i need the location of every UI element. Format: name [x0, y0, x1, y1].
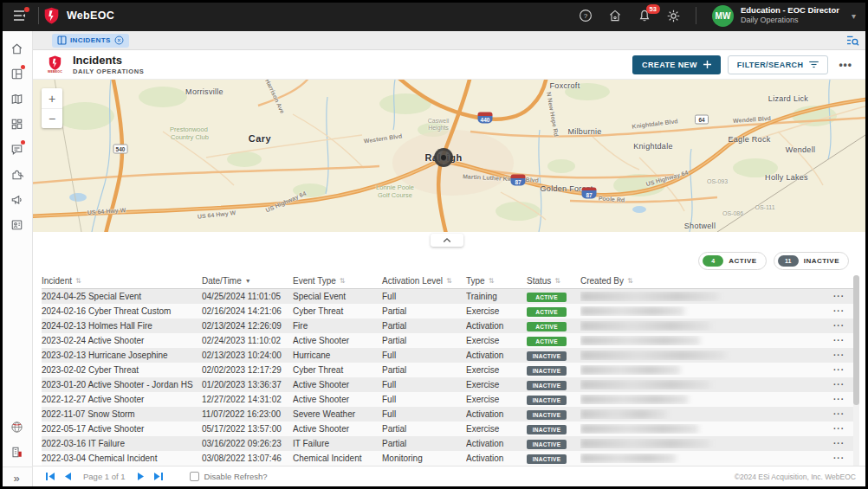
webeoc-logo-icon [44, 7, 59, 24]
page-subtitle: DAILY OPERATIONS [73, 68, 144, 75]
incident-name: 2024-04-25 Special Event [42, 292, 202, 301]
sidebar-item-plugins[interactable] [0, 162, 33, 187]
incidents-table: Incident⇅Date/Time▼Event Type⇅Activation… [42, 273, 853, 466]
filter-pill-active[interactable]: 4 ACTIVE [698, 252, 766, 270]
sidebar-item-messages[interactable] [0, 137, 33, 162]
status-badge: ACTIVE [527, 307, 567, 317]
sidebar-item-boards[interactable] [0, 61, 33, 87]
row-actions-button[interactable]: ··· [833, 321, 848, 331]
created-by-redacted [580, 351, 726, 360]
row-actions-button[interactable]: ··· [833, 351, 848, 360]
table-row[interactable]: 2024-04-25 Special Event04/25/2024 11:01… [42, 289, 853, 304]
sidebar-item-home[interactable] [0, 36, 33, 61]
zoom-out-button[interactable]: − [42, 108, 62, 128]
row-actions-button[interactable]: ··· [833, 306, 848, 316]
column-header-activation-level[interactable]: Activation Level⇅ [382, 276, 466, 286]
contacts-icon [10, 218, 23, 231]
divider [38, 7, 39, 24]
board-overflow-menu[interactable]: ••• [835, 59, 856, 71]
inactive-count-badge: 11 [778, 255, 799, 267]
table-row[interactable]: 2023-01-20 Active Shooter - Jordan HS01/… [42, 377, 853, 392]
user-account-menu[interactable]: MW Education - EOC Director Daily Operat… [712, 5, 856, 27]
help-icon[interactable]: ? [573, 4, 599, 27]
notifications-icon[interactable]: 53 [632, 4, 657, 27]
incident-event-type: IT Failure [293, 439, 382, 448]
table-row[interactable]: 2023-02-13 Hurricane Josephine02/13/2023… [42, 348, 853, 363]
incident-type: Activation [466, 351, 527, 360]
sidebar-item-apps[interactable] [0, 112, 33, 137]
row-actions-button[interactable]: ··· [833, 439, 848, 448]
incident-cluster-marker[interactable] [434, 148, 453, 167]
incident-name: 2023-01-20 Active Shooter - Jordan HS [42, 380, 202, 389]
row-actions-button[interactable]: ··· [833, 395, 848, 404]
filter-pill-inactive[interactable]: 11 INACTIVE [774, 252, 849, 270]
row-actions-button[interactable]: ··· [833, 365, 848, 375]
last-page-button[interactable] [150, 469, 167, 485]
next-page-button[interactable] [133, 469, 150, 485]
table-row[interactable]: 2022-05-17 Active Shooter05/17/2022 13:5… [42, 421, 853, 436]
map-collapse-button[interactable] [431, 234, 463, 247]
status-badge: ACTIVE [527, 337, 567, 346]
table-row[interactable]: 2022-11-07 Snow Storm11/07/2022 16:23:00… [42, 407, 853, 421]
home-icon[interactable] [602, 4, 628, 27]
highway-shield: 87 [511, 175, 526, 186]
row-actions-button[interactable]: ··· [833, 409, 848, 419]
sidebar-item-maps[interactable] [0, 87, 33, 112]
board-header: WEBEOC Incidents DAILY OPERATIONS CREATE… [33, 50, 868, 80]
tab-close-icon[interactable] [114, 35, 124, 45]
column-header-incident[interactable]: Incident⇅ [42, 276, 202, 286]
column-header-status[interactable]: Status⇅ [527, 276, 580, 286]
created-by-redacted [580, 424, 698, 434]
sidebar-item-language[interactable] [0, 415, 33, 440]
previous-page-button[interactable] [59, 469, 76, 485]
filter-search-button[interactable]: FILTER/SEARCH [728, 55, 829, 74]
column-header-event-type[interactable]: Event Type⇅ [293, 276, 382, 286]
organization-icon [10, 446, 23, 459]
incident-activation-level: Partial [382, 306, 466, 316]
created-by-redacted [580, 454, 676, 463]
avatar: MW [712, 5, 734, 27]
row-actions-button[interactable]: ··· [833, 454, 848, 463]
sidebar-item-contacts[interactable] [0, 212, 33, 237]
active-count-badge: 4 [703, 255, 723, 267]
table-row[interactable]: 2022-03-16 IT Failure03/16/2022 09:26:23… [42, 436, 853, 451]
row-actions-button[interactable]: ··· [833, 380, 848, 389]
table-row[interactable]: 2022-03-04 Chemical Incident03/08/2022 1… [42, 451, 853, 466]
create-new-button[interactable]: CREATE NEW [632, 55, 721, 74]
incident-datetime: 02/16/2024 14:21:06 [202, 306, 293, 316]
column-header-created-by[interactable]: Created By⇅ [580, 276, 813, 286]
row-actions-button[interactable]: ··· [833, 292, 848, 301]
sidebar-item-organization[interactable] [0, 440, 33, 465]
row-actions-button[interactable]: ··· [833, 424, 848, 434]
table-row[interactable]: 2024-02-16 Cyber Threat Custom02/16/2024… [42, 304, 853, 318]
settings-gear-icon[interactable] [661, 4, 687, 27]
zoom-in-button[interactable]: + [42, 88, 62, 108]
incident-activation-level: Full [382, 292, 466, 301]
column-header-type[interactable]: Type⇅ [466, 276, 527, 286]
sort-icon: ⇅ [554, 277, 560, 285]
board-search-icon[interactable] [846, 35, 859, 46]
incident-event-type: Active Shooter [293, 395, 382, 404]
table-row[interactable]: 2023-02-02 Cyber Threat02/02/2023 12:17:… [42, 363, 853, 377]
sidebar-item-broadcast[interactable] [0, 187, 33, 212]
incidents-map[interactable]: MorrisvilleCaryPrestonwoodCountry ClubCa… [33, 80, 868, 232]
column-header-date-time[interactable]: Date/Time▼ [202, 276, 293, 286]
main-menu-icon[interactable] [7, 4, 33, 27]
table-row[interactable]: 2023-02-24 Active Shooter02/24/2023 11:1… [42, 333, 853, 348]
status-badge: INACTIVE [527, 381, 567, 390]
table-row[interactable]: 2024-02-13 Holmes Hall Fire02/13/2024 12… [42, 318, 853, 333]
disable-refresh-checkbox[interactable] [190, 472, 199, 481]
messages-icon [10, 143, 23, 156]
board-logo-icon: WEBEOC [48, 55, 62, 74]
table-scrollbar[interactable] [853, 275, 859, 467]
incident-type: Exercise [466, 336, 527, 345]
first-page-button[interactable] [42, 469, 59, 485]
table-row[interactable]: 2022-12-27 Active Shooter12/27/2022 14:3… [42, 392, 853, 407]
sidebar-expand-button[interactable]: » [0, 466, 33, 489]
incident-name: 2022-05-17 Active Shooter [42, 424, 202, 434]
incident-type: Activation [466, 454, 527, 463]
row-actions-button[interactable]: ··· [833, 336, 848, 345]
scrollbar-thumb[interactable] [853, 275, 859, 405]
tab-incidents[interactable]: INCIDENTS [52, 34, 129, 48]
apps-icon [10, 118, 23, 131]
